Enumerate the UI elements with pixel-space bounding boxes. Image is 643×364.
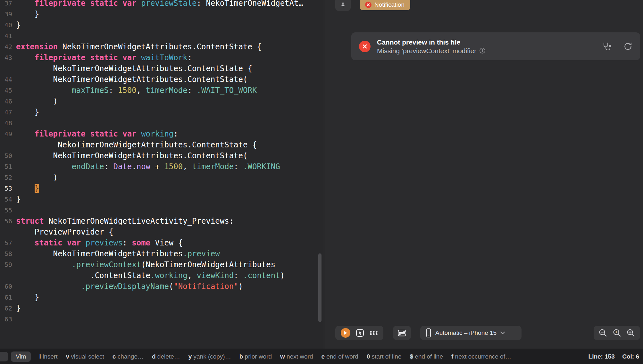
code-line[interactable]: 45 maxTimeS: 1500, timerMode: .WAIT_TO_W… [0, 85, 324, 96]
code-line[interactable]: 50 NekoTimerOneWidgetAttributes.ContentS… [0, 150, 324, 161]
line-number: 42 [0, 41, 16, 52]
live-preview-button[interactable] [341, 328, 350, 338]
code-line[interactable]: 44 NekoTimerOneWidgetAttributes.ContentS… [0, 74, 324, 85]
code-line[interactable]: 47 } [0, 107, 324, 118]
code-text: NekoTimerOneWidgetAttributes.ContentStat… [16, 63, 252, 74]
code-text: extension NekoTimerOneWidgetAttributes.C… [16, 41, 262, 52]
info-icon[interactable] [479, 47, 486, 54]
zoom-out-icon [598, 328, 608, 338]
zoom-in-icon [626, 328, 636, 338]
play-icon [341, 328, 350, 338]
line-col-indicator[interactable]: Line: 153 Col: 6 [589, 353, 639, 360]
device-settings-button[interactable] [393, 326, 411, 340]
refresh-preview-button[interactable] [623, 42, 632, 51]
code-line[interactable]: 52 ) [0, 172, 324, 183]
vim-hint: d delete… [152, 353, 180, 360]
banner-title: Cannot preview in this file [377, 38, 486, 46]
vim-mode-badge[interactable]: Vim [11, 352, 31, 362]
code-text: } [16, 183, 39, 194]
line-number: 37 [0, 0, 16, 9]
error-circle-icon [359, 41, 371, 52]
code-line[interactable]: PreviewProvider { [0, 227, 324, 237]
code-text: maxTimeS: 1500, timerMode: .WAIT_TO_WORK [16, 85, 257, 96]
code-line[interactable]: 59 .previewContext(NekoTimerOneWidgetAtt… [0, 259, 324, 270]
preview-tab-label: Notification [374, 1, 405, 8]
zoom-out-button[interactable] [598, 328, 608, 338]
code-line[interactable]: 55 [0, 205, 324, 216]
code-text: } [16, 9, 39, 20]
diagnostics-button[interactable] [602, 42, 611, 51]
code-text: .previewDisplayName("Notification") [16, 281, 243, 292]
vim-hint: e end of word [322, 353, 358, 360]
code-text: NekoTimerOneWidgetAttributes.ContentStat… [16, 74, 247, 85]
line-number: 50 [0, 150, 16, 161]
code-line[interactable]: 46 ) [0, 96, 324, 107]
code-line[interactable]: .ContentState.working, viewKind: .conten… [0, 270, 324, 281]
pin-icon [339, 2, 347, 9]
line-value: 153 [605, 353, 615, 360]
preview-tab-notification[interactable]: Notification [360, 0, 410, 10]
code-line[interactable]: 48 [0, 118, 324, 128]
code-line[interactable]: 57 static var previews: some View { [0, 237, 324, 248]
line-number: 43 [0, 52, 16, 63]
line-number [0, 270, 16, 281]
code-line[interactable]: 51 endDate: Date.now + 1500, timerMode: … [0, 161, 324, 172]
code-line[interactable]: NekoTimerOneWidgetAttributes.ContentStat… [0, 63, 324, 74]
line-number: 58 [0, 248, 16, 259]
code-text: fileprivate static var previewStale: Nek… [16, 0, 303, 9]
code-line[interactable]: 53 } [0, 183, 324, 194]
code-line[interactable]: 56struct NekoTimerOneWidgetLiveActivity_… [0, 216, 324, 227]
code-editor[interactable]: 37 fileprivate static var previewStale: … [0, 0, 324, 349]
col-label: Col: [622, 353, 634, 360]
variants-grid-button[interactable] [370, 330, 378, 336]
code-text: endDate: Date.now + 1500, timerMode: .WO… [16, 161, 280, 172]
code-text: .previewContext(NekoTimerOneWidgetAttrib… [16, 259, 275, 270]
line-number: 46 [0, 96, 16, 107]
code-text: ) [16, 96, 58, 107]
line-number: 55 [0, 205, 16, 216]
code-line[interactable]: 49 fileprivate static var working: [0, 128, 324, 139]
line-number: 60 [0, 281, 16, 292]
select-mode-button[interactable] [356, 329, 364, 337]
code-line[interactable]: 58 NekoTimerOneWidgetAttributes.preview [0, 248, 324, 259]
line-number: 48 [0, 118, 16, 128]
svg-text:1: 1 [615, 330, 617, 334]
code-text: fileprivate static var working: [16, 128, 178, 139]
code-lines: 37 fileprivate static var previewStale: … [0, 0, 324, 325]
scrollbar-thumb[interactable] [318, 253, 322, 322]
code-line[interactable]: 62} [0, 303, 324, 314]
code-line[interactable]: 54} [0, 194, 324, 205]
device-picker-label: Automatic – iPhone 15 [435, 329, 497, 336]
code-line[interactable]: 41 [0, 30, 324, 41]
diagnostics-icon [602, 42, 611, 51]
vim-hints: i insertv visual selectc change…d delete… [39, 353, 588, 360]
error-badge-icon [365, 2, 372, 8]
code-line[interactable]: 60 .previewDisplayName("Notification") [0, 281, 324, 292]
code-text: .ContentState.working, viewKind: .conten… [16, 270, 285, 281]
code-line[interactable]: 61 } [0, 292, 324, 303]
pin-preview-button[interactable] [335, 0, 351, 11]
chevron-down-icon [500, 331, 505, 335]
code-line[interactable]: 39 } [0, 9, 324, 20]
code-line[interactable]: 42extension NekoTimerOneWidgetAttributes… [0, 41, 324, 52]
phone-icon [425, 328, 432, 338]
line-number: 49 [0, 128, 16, 139]
xcode-window: 37 fileprivate static var previewStale: … [0, 0, 643, 364]
statusbar-edge-button[interactable] [0, 352, 8, 361]
code-line[interactable]: NekoTimerOneWidgetAttributes.ContentStat… [0, 139, 324, 150]
code-line[interactable]: 63 [0, 314, 324, 325]
code-line[interactable]: 40} [0, 20, 324, 30]
line-number: 56 [0, 216, 16, 227]
zoom-actual-size-button[interactable]: 1 [612, 328, 622, 338]
line-number: 45 [0, 85, 16, 96]
code-line[interactable]: 37 fileprivate static var previewStale: … [0, 0, 324, 9]
code-text: } [16, 303, 21, 314]
device-picker-dropdown[interactable]: Automatic – iPhone 15 [420, 326, 522, 340]
line-number [0, 63, 16, 74]
line-number [0, 139, 16, 150]
device-settings-icon [398, 329, 406, 337]
select-mode-icon [356, 329, 364, 337]
code-line[interactable]: 43 fileprivate static var waitToWork: [0, 52, 324, 63]
line-number: 40 [0, 20, 16, 30]
zoom-in-button[interactable] [626, 328, 636, 338]
